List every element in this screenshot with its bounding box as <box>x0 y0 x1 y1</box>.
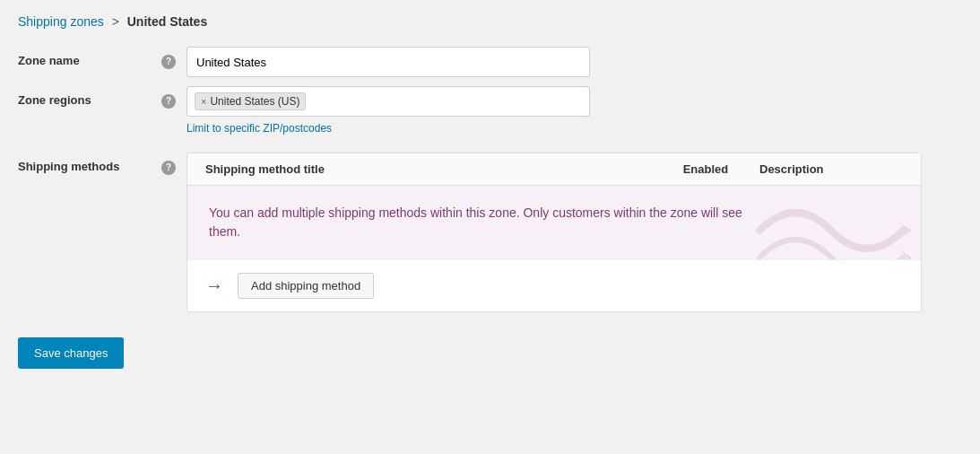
region-tag: × United States (US) <box>195 92 306 110</box>
shipping-info-banner: You can add multiple shipping methods wi… <box>187 186 921 259</box>
zone-name-row: Zone name ? <box>18 47 962 77</box>
shipping-methods-content: Shipping method title Enabled Descriptio… <box>186 153 962 312</box>
add-shipping-method-button[interactable]: Add shipping method <box>238 273 374 299</box>
zone-regions-content: × United States (US) Limit to specific Z… <box>186 86 962 135</box>
shipping-methods-body: You can add multiple shipping methods wi… <box>187 186 921 311</box>
shipping-methods-row: Shipping methods ? Shipping method title… <box>18 153 962 312</box>
shipping-methods-table: Shipping method title Enabled Descriptio… <box>186 153 922 312</box>
watermark-svg <box>750 186 921 259</box>
save-changes-button[interactable]: Save changes <box>18 337 124 369</box>
breadcrumb: Shipping zones > United States <box>18 14 962 29</box>
breadcrumb-separator: > <box>112 14 119 29</box>
zone-name-help-icon[interactable]: ? <box>161 55 176 69</box>
zone-name-input-wrapper <box>186 47 962 77</box>
shipping-info-text: You can add multiple shipping methods wi… <box>209 204 765 241</box>
col-title: Shipping method title <box>205 162 652 176</box>
add-shipping-method-row: → Add shipping method <box>187 259 921 311</box>
breadcrumb-current: United States <box>127 14 207 29</box>
region-tag-remove[interactable]: × <box>201 97 206 107</box>
region-tag-label: United States (US) <box>210 95 299 108</box>
limit-zip-link[interactable]: Limit to specific ZIP/postcodes <box>186 122 962 135</box>
shipping-methods-label: Shipping methods <box>18 153 161 173</box>
shipping-methods-help-icon[interactable]: ? <box>161 161 176 175</box>
zone-regions-help: ? <box>161 86 186 109</box>
zone-regions-help-icon[interactable]: ? <box>161 94 176 109</box>
zone-regions-input[interactable]: × United States (US) <box>186 86 590 117</box>
breadcrumb-link[interactable]: Shipping zones <box>18 14 104 29</box>
shipping-methods-header: Shipping method title Enabled Descriptio… <box>187 153 921 186</box>
zone-name-label: Zone name <box>18 47 161 67</box>
arrow-icon: → <box>205 275 223 296</box>
zone-name-help: ? <box>161 47 186 69</box>
zone-regions-row: Zone regions ? × United States (US) Limi… <box>18 86 962 135</box>
zone-name-input[interactable] <box>186 47 590 77</box>
col-enabled: Enabled <box>652 162 759 176</box>
zone-regions-label: Zone regions <box>18 86 161 107</box>
col-description: Description <box>759 162 903 176</box>
shipping-methods-help: ? <box>161 153 186 175</box>
